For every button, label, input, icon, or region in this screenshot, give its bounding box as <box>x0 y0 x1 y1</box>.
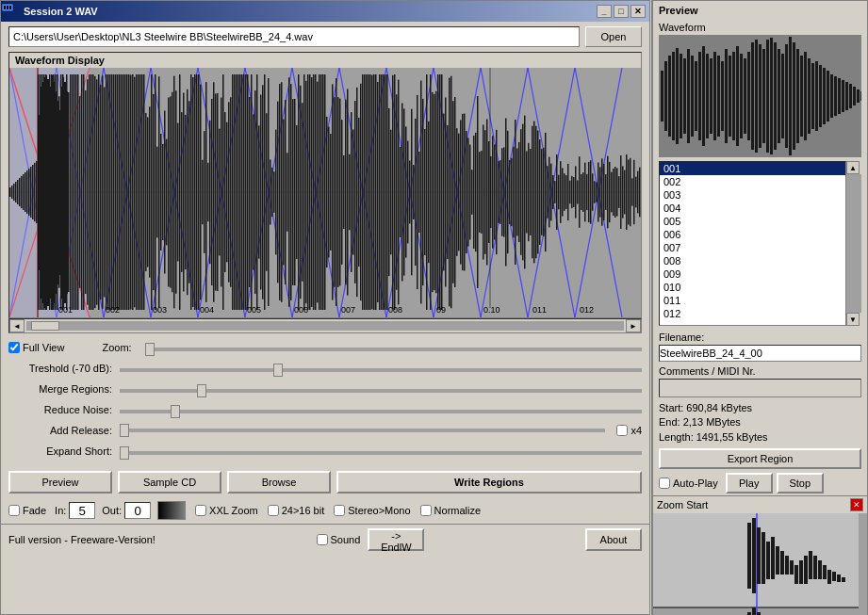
sound-item[interactable]: Sound <box>317 534 361 545</box>
xxl-zoom-checkbox[interactable] <box>195 505 206 516</box>
region-item-008[interactable]: 008 <box>660 254 845 267</box>
filename-label: Filename: <box>659 332 704 343</box>
svg-rect-256 <box>394 74 396 310</box>
comments-row: Comments / MIDI Nr. <box>659 365 861 377</box>
region-item-012[interactable]: 012 <box>660 307 845 320</box>
svg-rect-119 <box>136 74 138 310</box>
region-item-001[interactable]: 001 <box>660 162 845 175</box>
preview-waveform-display[interactable] <box>659 35 861 157</box>
svg-rect-213 <box>313 74 315 310</box>
region-list[interactable]: 001002003004005006007008009010011012 <box>659 161 846 326</box>
svg-rect-329 <box>532 126 533 259</box>
zoom-close-button[interactable]: ✕ <box>850 498 863 511</box>
preview-button[interactable]: Preview <box>8 471 112 494</box>
region-scroll-down[interactable]: ▼ <box>846 313 860 326</box>
svg-rect-240 <box>364 74 366 310</box>
svg-rect-327 <box>528 143 530 241</box>
svg-rect-380 <box>628 160 630 225</box>
open-button[interactable]: Open <box>585 26 642 47</box>
svg-rect-326 <box>526 151 528 233</box>
sound-checkbox[interactable] <box>317 534 328 545</box>
svg-rect-231 <box>347 89 349 295</box>
svg-rect-221 <box>328 127 330 258</box>
zoom-slider[interactable] <box>145 348 642 351</box>
reduce-slider[interactable] <box>120 410 642 413</box>
svg-rect-337 <box>547 166 549 218</box>
maximize-button[interactable]: □ <box>614 5 629 18</box>
fade-checkbox[interactable] <box>8 505 20 516</box>
fade-out-label: Out: <box>102 505 122 516</box>
svg-rect-57 <box>19 178 21 206</box>
stereo-label: Stereo>Mono <box>348 505 410 516</box>
treshold-slider[interactable] <box>120 368 642 372</box>
merge-slider[interactable] <box>120 389 642 393</box>
x4-checkbox[interactable] <box>616 425 628 436</box>
stop-button[interactable]: Stop <box>777 473 824 494</box>
fade-out-input[interactable] <box>124 502 151 519</box>
play-button[interactable]: Play <box>726 473 773 494</box>
region-item-005[interactable]: 005 <box>660 215 845 228</box>
zoom-waveform-display[interactable] <box>653 513 867 615</box>
region-item-009[interactable]: 009 <box>660 267 845 281</box>
autoplay-checkbox[interactable] <box>659 477 670 489</box>
svg-rect-82 <box>66 74 68 310</box>
close-button[interactable]: ✕ <box>631 5 646 18</box>
svg-rect-131 <box>158 76 160 307</box>
region-item-010[interactable]: 010 <box>660 281 845 294</box>
svg-rect-103 <box>106 74 107 310</box>
file-info: Filename: <box>653 330 867 364</box>
region-scroll-track[interactable] <box>846 174 861 313</box>
svg-rect-136 <box>168 98 170 287</box>
autoplay-label[interactable]: Auto-Play <box>659 477 718 489</box>
fade-in-input[interactable] <box>69 502 95 519</box>
region-item-004[interactable]: 004 <box>660 202 845 215</box>
svg-rect-463 <box>757 527 761 584</box>
svg-rect-243 <box>369 74 371 310</box>
zoom-start-label: Zoom Start <box>657 499 708 510</box>
fullview-checkbox-label[interactable]: Full View <box>8 342 64 353</box>
svg-rect-76 <box>55 74 57 310</box>
normalize-checkbox[interactable] <box>420 505 432 516</box>
svg-rect-381 <box>630 158 631 226</box>
export-region-button[interactable]: Export Region <box>659 448 861 469</box>
region-item-003[interactable]: 003 <box>660 188 845 202</box>
region-item-007[interactable]: 007 <box>660 241 845 254</box>
scroll-right-button[interactable]: ► <box>626 319 641 332</box>
browse-button[interactable]: Browse <box>227 471 331 494</box>
scroll-track[interactable] <box>26 321 624 331</box>
x4-label[interactable]: x4 <box>616 425 642 436</box>
svg-rect-451 <box>842 80 844 112</box>
file-path-input[interactable] <box>8 26 580 47</box>
region-item-011[interactable]: 011 <box>660 294 845 307</box>
svg-rect-59 <box>23 174 25 210</box>
region-scroll-up[interactable]: ▲ <box>846 161 860 174</box>
region-item-006[interactable]: 006 <box>660 228 845 241</box>
minimize-button[interactable]: _ <box>597 5 612 18</box>
svg-rect-52 <box>9 187 11 197</box>
svg-rect-68 <box>40 74 41 310</box>
svg-rect-321 <box>516 149 518 236</box>
release-slider[interactable] <box>120 429 605 432</box>
expand-slider[interactable] <box>120 451 642 455</box>
bit-item: 24>16 bit <box>268 505 325 516</box>
svg-rect-426 <box>747 52 750 140</box>
arrow-button[interactable]: -> EndlW <box>368 528 424 551</box>
svg-rect-469 <box>785 556 789 575</box>
bit-checkbox[interactable] <box>268 505 279 516</box>
comments-box[interactable] <box>659 379 861 397</box>
filename-input[interactable] <box>659 345 861 362</box>
scroll-left-button[interactable]: ◄ <box>9 319 25 332</box>
kbytes-label: kBytes <box>737 431 768 443</box>
region-item-002[interactable]: 002 <box>660 175 845 188</box>
fullview-checkbox[interactable] <box>8 342 20 353</box>
scroll-thumb[interactable] <box>31 321 59 331</box>
stereo-checkbox[interactable] <box>334 505 345 516</box>
svg-rect-271 <box>422 99 424 285</box>
waveform-display[interactable]: // This script won't run inside SVG, use… <box>9 68 641 317</box>
svg-rect-343 <box>558 175 560 210</box>
about-button[interactable]: About <box>585 528 642 551</box>
sample-cd-button[interactable]: Sample CD <box>118 471 221 494</box>
write-regions-button[interactable]: Write Regions <box>336 471 642 494</box>
svg-rect-115 <box>128 74 130 310</box>
svg-rect-259 <box>400 147 401 237</box>
